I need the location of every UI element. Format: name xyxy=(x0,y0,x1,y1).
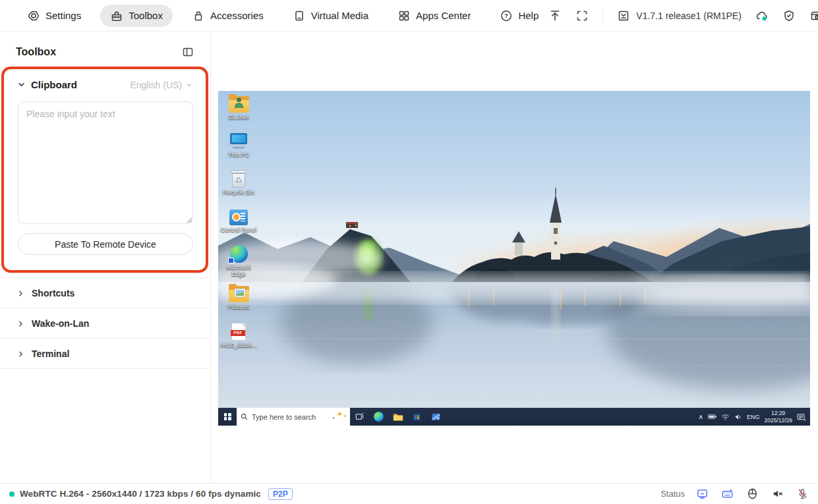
glinet-folder-icon xyxy=(229,96,249,113)
volume-icon[interactable] xyxy=(734,414,742,420)
sidebar-section-wake-on-lan[interactable]: Wake-on-Lan xyxy=(0,308,210,339)
nav-help-label: Help xyxy=(518,10,539,21)
nav-help[interactable]: ? Help xyxy=(490,5,548,27)
desktop-icon-pictures[interactable]: Pictures xyxy=(219,286,258,310)
fullscreen-icon[interactable] xyxy=(575,9,589,22)
desktop-icon-control-panel[interactable]: Control Panel xyxy=(219,210,258,233)
connection-status-dot xyxy=(9,491,15,497)
pdf-file-icon: PDF xyxy=(231,323,246,341)
nav-toolbox[interactable]: Toolbox xyxy=(100,5,173,27)
nav-settings-label: Settings xyxy=(45,10,81,21)
desktop-icon-label: GL.iNet xyxy=(229,114,249,121)
security-shield-icon[interactable] xyxy=(782,9,796,22)
task-view-button[interactable] xyxy=(350,408,369,426)
sidebar-section-shortcuts[interactable]: Shortcuts xyxy=(0,277,210,308)
chevron-right-icon xyxy=(17,290,24,297)
firmware-version-group[interactable]: V1.7.1 release1 (RM1PE) xyxy=(617,9,742,22)
battery-icon[interactable] xyxy=(708,414,716,420)
windows-taskbar: Type here to search ✦●✦ xyxy=(218,408,810,426)
sidebar-title: Toolbox xyxy=(16,46,56,58)
topbar-divider xyxy=(602,9,603,22)
nav-virtual-media[interactable]: Virtual Media xyxy=(283,5,378,27)
statusbar: WebRTC H.264 - 2560x1440 / 1723 kbps / 6… xyxy=(0,483,818,504)
apps-center-icon xyxy=(397,9,411,22)
taskbar-store-button[interactable] xyxy=(407,408,426,426)
desktop-icon-glinet[interactable]: GL.iNet xyxy=(219,96,258,121)
clipboard-text-input[interactable] xyxy=(18,101,193,224)
desktop-icon-pdf[interactable]: PDF rm10_datas... xyxy=(219,323,258,349)
display-status-icon[interactable] xyxy=(696,488,709,500)
section-label: Terminal xyxy=(32,349,69,359)
search-highlights-icon: ✦●✦ xyxy=(336,410,343,418)
help-icon: ? xyxy=(500,9,513,22)
action-center-icon[interactable] xyxy=(797,413,805,421)
section-label: Wake-on-Lan xyxy=(32,318,89,329)
clipboard-language-select[interactable]: English (US) xyxy=(130,80,192,90)
desktop-icon-label: Recycle Bin xyxy=(223,189,254,196)
toolbox-icon xyxy=(110,9,123,22)
nav-settings[interactable]: Settings xyxy=(17,5,91,27)
virtual-media-icon xyxy=(293,9,306,22)
microphone-muted-icon[interactable] xyxy=(796,488,809,500)
tray-language[interactable]: ENG xyxy=(747,414,760,420)
taskbar-explorer-button[interactable] xyxy=(388,408,407,426)
desktop-icon-label: Microsoft Edge xyxy=(220,264,257,278)
main-area: GL.iNet This PC Recycle Bin Control Pane… xyxy=(212,32,818,483)
section-label: Shortcuts xyxy=(32,288,74,298)
svg-text:?: ? xyxy=(505,12,509,19)
microsoft-store-icon xyxy=(412,412,422,422)
settings-icon xyxy=(27,9,40,22)
desktop-icon-this-pc[interactable]: This PC xyxy=(219,133,258,158)
desktop-icon-label: rm10_datas... xyxy=(220,342,256,349)
paste-to-remote-button[interactable]: Paste To Remote Device xyxy=(18,233,193,255)
desktop-icon-label: Control Panel xyxy=(221,227,257,233)
nav-accessories[interactable]: Accessories xyxy=(182,5,274,27)
desktop-icon-edge[interactable]: Microsoft Edge xyxy=(219,245,258,278)
audio-muted-icon[interactable] xyxy=(771,488,784,500)
firmware-version: V1.7.1 release1 (RM1PE) xyxy=(636,11,742,21)
edge-icon xyxy=(374,412,384,422)
cloud-status-icon[interactable] xyxy=(755,9,769,22)
chevron-right-icon xyxy=(17,320,24,327)
statusbar-controls: Status xyxy=(660,488,809,500)
firmware-version-icon xyxy=(617,9,630,22)
file-explorer-icon xyxy=(393,412,403,422)
topbar-controls: V1.7.1 release1 (RM1PE) xyxy=(548,9,818,22)
sidebar-section-terminal[interactable]: Terminal xyxy=(0,339,210,369)
search-placeholder-text: Type here to search xyxy=(252,413,316,421)
main-nav: Settings Toolbox Accessories Virtual M xyxy=(17,5,548,27)
desktop-icon-recycle-bin[interactable]: Recycle Bin xyxy=(219,170,258,196)
this-pc-icon xyxy=(229,133,248,150)
taskbar-wallet-button[interactable] xyxy=(426,408,446,426)
nav-toolbox-label: Toolbox xyxy=(129,10,163,21)
taskbar-edge-button[interactable] xyxy=(369,408,388,426)
clipboard-section-header[interactable]: Clipboard English (US) xyxy=(0,79,210,90)
nav-apps-center[interactable]: Apps Center xyxy=(388,5,481,27)
remote-screen[interactable]: GL.iNet This PC Recycle Bin Control Pane… xyxy=(218,91,810,426)
desktop-icon-label: This PC xyxy=(228,152,249,158)
tray-chevron-up-icon[interactable]: ∧ xyxy=(699,413,703,420)
tray-date: 2025/12/29 xyxy=(764,417,792,424)
nav-apps-center-label: Apps Center xyxy=(416,10,471,21)
taskbar-search-box[interactable]: Type here to search ✦●✦ xyxy=(237,408,350,426)
session-history-icon[interactable] xyxy=(809,9,818,22)
taskbar-spacer xyxy=(446,408,699,426)
accessories-icon xyxy=(192,9,205,22)
nav-accessories-label: Accessories xyxy=(210,10,264,21)
start-button[interactable] xyxy=(218,408,237,426)
task-view-icon xyxy=(355,412,365,422)
mouse-status-icon[interactable] xyxy=(746,488,759,500)
chevron-right-icon xyxy=(17,350,24,358)
lake-bled-wallpaper xyxy=(218,91,810,408)
sidebar-header: Toolbox xyxy=(0,32,210,59)
tray-clock[interactable]: 12:29 2025/12/29 xyxy=(764,410,792,423)
desktop-icon-label: Pictures xyxy=(228,304,250,310)
wifi-icon[interactable] xyxy=(721,414,730,420)
collapse-panel-icon[interactable] xyxy=(181,45,194,59)
topbar: Settings Toolbox Accessories Virtual M xyxy=(0,0,818,32)
sidebar-sections: Shortcuts Wake-on-Lan Terminal xyxy=(0,277,210,369)
keyboard-status-icon[interactable] xyxy=(721,488,734,500)
control-panel-icon xyxy=(229,210,248,225)
upload-icon[interactable] xyxy=(548,9,562,22)
chevron-down-icon xyxy=(18,81,25,88)
